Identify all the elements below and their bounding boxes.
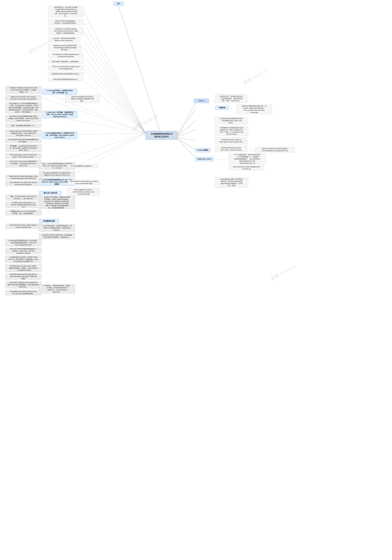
node-wearing: wearing a red coat.(主语)先行词同关系代词既说正在穿着红色外… (48, 44, 82, 51)
watermark-3: 树图 shutu.cn (242, 67, 269, 86)
watermark-4: 树图 shutu.cn (270, 263, 297, 282)
node-yindao-guanxi: 引导定语从句的关联词称为关系词，关系词通常有that, which, who,w… (215, 117, 247, 124)
node-story-book: 我有一本封面是红色的故事书。等。 (5, 124, 41, 128)
svg-line-15 (118, 4, 161, 133)
node-everything: everything是不定代词等，All that he toldme is t… (5, 256, 41, 263)
node-yesterday-helped: Yesterday I helped an old man who / that… (5, 86, 41, 94)
node-friend-plane: friend.(正确)(d) the plane inwhich we flew… (67, 188, 100, 196)
svg-line-1 (176, 108, 196, 137)
node-right-school: school.事故发生的那个地方离我们学校不远。(定语从句中的的定语happen… (215, 177, 248, 188)
node-watch-looking: the watch which/that I am looking for.(正… (39, 171, 75, 177)
node-watched: have ever watched.进超起特别的每个人代理的还，活活亦亦此。li… (5, 248, 41, 254)
node-basket: basket there are quite many apples, some… (5, 175, 41, 180)
node-won-game: won the game.(宾语)我不相信汤姆赢得比赛这个消息的。 (5, 138, 41, 143)
svg-line-6 (176, 137, 198, 160)
node-that-place: That is the place in which I lived for f… (5, 153, 41, 159)
node-that-house: That is the house where my father usedto… (48, 65, 83, 70)
node-birthday: my birthday.还是那最近超过十个生日礼物。这些年我是起最起的的的。Th… (5, 239, 41, 247)
node-which-omit: 英语教教中，which先定语从句中作宾语时，也可以省略一定被其中句中定语从句wh… (5, 145, 41, 152)
section-jie-jiedaici: 解'介词+关系代词' (39, 191, 62, 195)
node-whom-friend: whom you talked is my friend.(正确) ②the m… (255, 147, 295, 152)
svg-line-16 (84, 12, 145, 133)
node-better-school: better.(the school (195, 157, 214, 161)
node-for-zhangxiansheng: for 张先生就是我正在找的那个人。 (67, 164, 98, 168)
top-dingyi-label: 定义 (117, 2, 120, 5)
node-juxing-jiegou: 句型结构 (215, 106, 229, 110)
node-guanxi-fuci: 关系副词和关系代词文章都说先行词之后。 (48, 72, 83, 76)
node-which-3: 3. 用which，不用who用that等：(只能从句中that，同行用'0'是… (39, 284, 75, 293)
svg-line-2 (176, 120, 196, 137)
node-guanxi-daici: 关系代词那个是指的词前，包括that也有。 (48, 60, 83, 63)
node-liked-boys: liked by most boys.(定语)在球场上大多数男孩都喜欢的品。I … (5, 130, 41, 137)
watermark-2: 树图 shutu.cn (132, 113, 159, 132)
node-wang-man: Wang is the man (who / that / whom /you … (5, 95, 41, 100)
node-kongyucongju: 空语从句 (194, 99, 209, 103)
center-label: 九年级英语语法定语从句 知识点汇总2022 (151, 133, 172, 138)
svg-line-20 (84, 48, 145, 133)
node-d-place: (d) the place in that we flew in to cana… (67, 180, 100, 185)
node-school-study: The school that / which I used to study … (5, 224, 41, 229)
node-looking-cuowu: looking.(错误) (195, 148, 211, 152)
svg-line-18 (84, 32, 145, 133)
svg-line-17 (84, 23, 145, 133)
section-which-3: 3. which也指也可用that，在定语从句中作主语，也可作宾语，如 Foot… (42, 132, 77, 139)
node-guanxi-lianjieyong: 关系词既在先行词和定语从句之间起连接作用，同时又在定语从句中充当一个成分。I a… (215, 126, 248, 136)
node-place-accident: place where the accident happened isn't … (229, 166, 264, 170)
node-wangxiansheng: 王先生是那个今上午你在动物园里遇到的人（注意：关系代词who人作宾语时，可以省w… (5, 102, 41, 113)
top-dingyi-node: 定义 (113, 1, 124, 6)
node-that-lived: / that I lived in for five years.那就是我住了五… (5, 160, 41, 167)
svg-line-0 (176, 102, 196, 137)
section-fei-xianxingci: 其他重要的词组 (39, 219, 59, 223)
node-accident: accident忘了定语从句里的主语，定语就被动语态与到而不到放家里，不要害怕成… (39, 233, 75, 239)
node-forty: forty students in our class in all, most… (5, 181, 41, 186)
section-whose-2: 2. whose人也，也可物者，也能证明中作定语。The boy whose m… (42, 111, 77, 118)
node-looking-mr-zhang: looking.-Mr Zhang is the manwho / whom /… (215, 146, 247, 152)
node-expensive: expensive.(英语先行词 关系代词我姐姐上周星期天给我的那本字典很贵。 (65, 95, 100, 103)
svg-line-5 (176, 137, 198, 151)
node-only-thing: only thing that I can get is a pen. 我唯一能… (5, 265, 41, 272)
node-yingyu-fuza: 英语从句中的句式结构较复杂，有先行词，关系代词成关系副词。 (48, 19, 83, 25)
node-jie-desc: 英语的介词非常重要，理解和识别意思非常困难，特别是关键词语连接标志，所有这些介词… (39, 196, 75, 209)
node-ditu-xianxingci: 1. 先行词是地点时，如果是动词的宾语，就用which; 如果是地点状语，则用w… (39, 224, 75, 232)
node-about-people: about the people and the things that wew… (5, 273, 41, 280)
center-node: 九年级英语语法定语从句 知识点汇总2022 (145, 131, 178, 140)
node-yesterday-teacher: yesterday is my English teacher.先行词 定语从句… (48, 27, 83, 35)
node-turn-to: 我能翻过来'turn to sb. for help (找某人求帮助)，好比，此… (5, 210, 41, 215)
node-dictionary: The dictionary that / which mysister gav… (215, 137, 247, 144)
node-those-what: those/What`s this which is flying in the… (5, 290, 41, 295)
node-xiaxingci: 被定语从句修饰的词叫做先行词，定语从句一般放在关行词的后面。The man wh… (237, 105, 272, 114)
node-for-bangzhu: for 帮助 is who c /from whom d. towhom(E 正… (5, 202, 41, 208)
node-xuexiao-desc: 学了介词提前语法，但在学定语从句时，千万不要被把那个了。知道如果学校变得越来越好… (229, 154, 266, 165)
node-teacher-important: the teacher is talking is very important… (5, 281, 41, 289)
node-whose: whose号，适对全有what,关系副词where, when, why,how… (48, 37, 80, 42)
svg-line-4 (176, 137, 196, 141)
node-look-after: look after her today.我要帮助培根个情报先看她（关系代词省略… (5, 115, 41, 122)
node-good: good就是定语，那么复合句中修饰各词或代词的从句叫做定语从句。普通从句也叫关系… (48, 6, 83, 17)
section-who-1: 1. who人也可用that，在定语从句中作主语，也可作宾语、如 (42, 89, 77, 95)
node-woman: The woman is a mother whose name isLinda… (48, 53, 83, 58)
svg-line-14 (214, 160, 231, 160)
node-dark-street: 例如：in the dark street, there soon'besome… (5, 195, 41, 200)
svg-line-19 (84, 40, 145, 133)
svg-line-3 (176, 129, 196, 137)
node-guanxi-yongfa: 关系代词成关系副词的用法的先行词。 (48, 78, 83, 81)
svg-line-24 (84, 81, 145, 133)
node-xuexidingyu: 要学定语从句，首先要什么是定语。定语是用来限定、修饰名词或代词的，例如：a go… (215, 94, 247, 103)
